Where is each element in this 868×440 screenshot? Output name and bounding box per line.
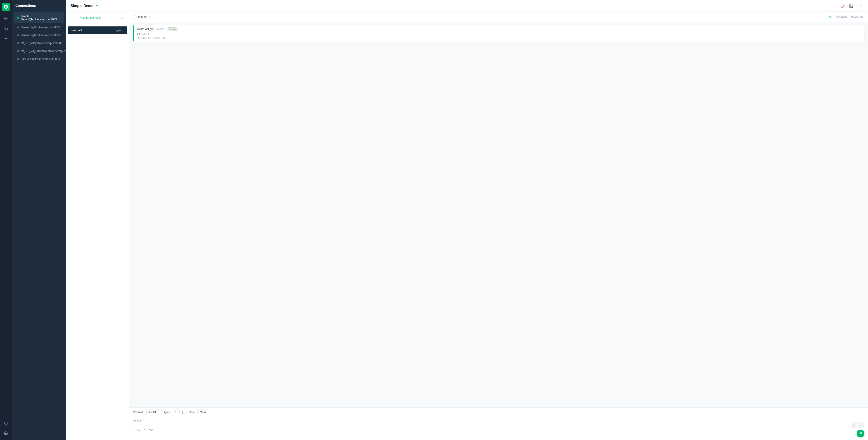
json-editor[interactable]: { "msg": "5" } xyxy=(133,424,849,437)
connection-item-6[interactable]: Last Will@broker.emqx.io:8083 xyxy=(13,55,64,63)
connection-label: Sensor 1@broker.emqx.io:8083 xyxy=(21,26,61,29)
retain-checkbox[interactable]: Retain xyxy=(182,411,194,414)
composer-panel: Payload: JSON QoS: 1 xyxy=(129,407,868,440)
json-brace-close: } xyxy=(133,434,135,437)
send-button[interactable] xyxy=(857,430,864,437)
add-connection-icon[interactable] xyxy=(2,34,10,42)
subscription-list: last_will QoS 1 xyxy=(66,24,129,440)
title-dropdown-icon[interactable] xyxy=(95,4,99,8)
svg-point-9 xyxy=(859,5,859,6)
plaintext-dropdown[interactable]: Plaintext xyxy=(134,14,154,20)
message-topic: Topic: last_will xyxy=(137,28,154,31)
subscriptions-panel: + New Subscription last_will QoS 1 xyxy=(66,12,129,440)
message-qos: QoS: 1 xyxy=(156,28,165,31)
page-title: Simple Demo xyxy=(70,4,99,8)
filter-tab-published[interactable]: Published xyxy=(851,15,864,19)
qos-value: 1 xyxy=(175,411,177,414)
json-value: "5" xyxy=(149,429,154,432)
main-content: Simple Demo xyxy=(66,0,868,440)
message-header: Topic: last_will QoS: 1 Retain xyxy=(137,27,861,31)
connection-status-dot xyxy=(17,34,19,36)
json-colon: : xyxy=(145,429,149,432)
subscription-item-1[interactable]: last_will QoS 1 xyxy=(68,27,127,34)
composer-body: { "msg": "5" } xyxy=(129,417,868,440)
connection-label: MQTT_V3@broker.emqx.io:8083 xyxy=(21,41,62,45)
format-label: JSON xyxy=(148,411,156,414)
settings-icon[interactable] xyxy=(2,429,10,437)
subscriptions-header: + New Subscription xyxy=(66,12,129,24)
connection-status-dot xyxy=(17,42,19,44)
filter-tabs: All Received Published xyxy=(829,15,864,19)
messages-toolbar: Plaintext All Received Published xyxy=(129,12,868,22)
icon-bar xyxy=(0,0,12,440)
qos-label: QoS: xyxy=(164,411,170,414)
copy-nav-icon[interactable] xyxy=(2,24,10,33)
messages-panel: Plaintext All Received Published Topic: … xyxy=(129,12,868,440)
scroll-buttons xyxy=(851,422,864,428)
edit-button[interactable] xyxy=(848,3,855,9)
topic-input[interactable] xyxy=(133,419,849,423)
connection-label: Simple Demo@broker.emqx.io:8083 xyxy=(21,15,61,21)
connection-status-dot xyxy=(17,50,19,52)
connection-item-5[interactable]: MQTT_V3_Publish@broker.emqx.io:8083 xyxy=(13,47,64,55)
connection-label: Sensor 2@broker.emqx.io:8083 xyxy=(21,34,61,37)
message-timestamp: 2022-09-06 16:30:02:588 xyxy=(137,37,861,39)
retain-label: Retain xyxy=(186,411,194,414)
top-bar: Simple Demo xyxy=(66,0,868,12)
message-item-1: Topic: last_will QoS: 1 Retain offline 2… xyxy=(133,25,864,41)
composer-input-area: { "msg": "5" } xyxy=(133,419,849,437)
subscription-qos: QoS 1 xyxy=(116,29,124,32)
connection-item-4[interactable]: MQTT_V3@broker.emqx.io:8083 xyxy=(13,39,64,47)
filter-tab-all[interactable]: All xyxy=(829,15,832,19)
connection-item-1[interactable]: Simple Demo@broker.emqx.io:8083 xyxy=(13,12,64,23)
filter-tab-received[interactable]: Received xyxy=(836,15,847,19)
connections-header: Connections xyxy=(12,0,66,10)
connection-item-3[interactable]: Sensor 2@broker.emqx.io:8083 xyxy=(13,31,64,39)
title-text: Simple Demo xyxy=(70,4,93,8)
connections-panel: Connections Simple Demo@broker.emqx.io:8… xyxy=(12,0,66,440)
scroll-down-button[interactable] xyxy=(858,422,864,428)
connection-list: Simple Demo@broker.emqx.io:8083 Sensor 1… xyxy=(12,10,66,440)
subscriptions-filter-icon[interactable] xyxy=(119,14,126,21)
connection-label: MQTT_V3_Publish@broker.emqx.io:8083 xyxy=(21,49,66,53)
new-subscription-label: + New Subscription xyxy=(77,16,101,20)
json-brace-open: { xyxy=(133,425,135,428)
plaintext-label: Plaintext xyxy=(136,15,147,19)
messages-list: Topic: last_will QoS: 1 Retain offline 2… xyxy=(129,22,868,407)
composer-toolbar: Payload: JSON QoS: 1 xyxy=(129,408,868,417)
connection-status-dot xyxy=(17,17,19,19)
svg-point-7 xyxy=(5,433,6,434)
message-retain-badge: Retain xyxy=(167,27,178,31)
power-button[interactable] xyxy=(839,3,845,9)
meta-button[interactable]: Meta xyxy=(197,409,209,415)
connection-status-dot xyxy=(17,27,19,28)
scroll-up-button[interactable] xyxy=(851,422,857,428)
svg-rect-1 xyxy=(5,28,8,30)
message-body: offline xyxy=(137,32,861,36)
content-area: + New Subscription last_will QoS 1 xyxy=(66,12,868,440)
subscription-topic: last_will xyxy=(71,29,82,32)
connections-nav-icon[interactable] xyxy=(2,14,10,23)
format-dropdown[interactable]: JSON xyxy=(146,409,161,415)
new-subscription-button[interactable]: + New Subscription xyxy=(70,15,117,21)
connection-status-dot xyxy=(17,58,19,60)
qos-dropdown[interactable]: 1 xyxy=(173,409,180,415)
app-logo[interactable] xyxy=(2,3,10,11)
top-bar-actions xyxy=(839,3,864,9)
info-icon[interactable] xyxy=(2,419,10,427)
connection-label: Last Will@broker.emqx.io:8083 xyxy=(21,57,60,61)
retain-input[interactable] xyxy=(182,411,185,414)
svg-marker-21 xyxy=(859,432,862,435)
svg-point-11 xyxy=(861,5,862,6)
svg-point-10 xyxy=(860,5,861,6)
json-key: "msg" xyxy=(136,429,145,432)
composer-actions xyxy=(851,422,864,437)
payload-label: Payload: xyxy=(133,411,144,414)
connection-item-2[interactable]: Sensor 1@broker.emqx.io:8083 xyxy=(13,24,64,31)
more-button[interactable] xyxy=(857,3,864,9)
